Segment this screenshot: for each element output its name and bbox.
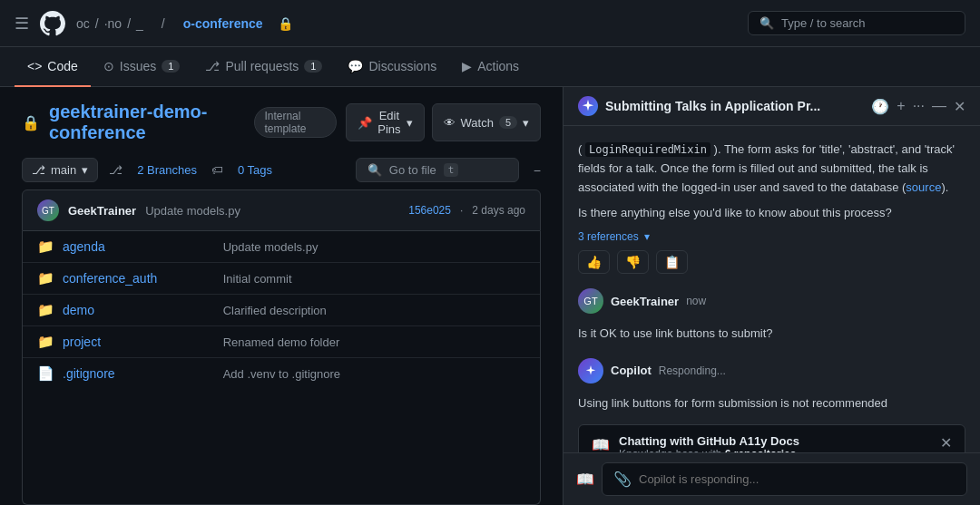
chat-input[interactable] <box>639 472 956 486</box>
branches-count-icon: ⎇ <box>109 163 122 177</box>
copilot-panel: Submitting Talks in Application Pr... 🕐 … <box>563 87 980 505</box>
folder-icon: 📁 <box>37 270 54 286</box>
folder-icon: 📁 <box>37 302 54 318</box>
commit-username[interactable]: GeekTrainer <box>68 204 136 218</box>
copilot-username: Copilot <box>611 364 652 377</box>
thumbs-down-button[interactable]: 👎 <box>617 250 649 274</box>
branch-icon: ⎇ <box>32 163 45 177</box>
discussions-icon: 💬 <box>348 59 363 73</box>
close-kb-button[interactable]: ✕ <box>940 434 952 452</box>
eye-icon: 👁 <box>444 116 456 130</box>
tags-count: 0 <box>238 163 244 177</box>
file-name[interactable]: demo <box>63 303 214 317</box>
file-commit-message: Clarified description <box>223 304 525 317</box>
list-item[interactable]: 📁 conference_auth Initial commit <box>23 263 540 295</box>
menu-button[interactable]: ☰ <box>15 14 29 34</box>
chevron-down-icon: ▾ <box>644 230 650 243</box>
commit-avatar: GT <box>37 199 59 221</box>
file-commit-message: Add .venv to .gitignore <box>223 367 525 381</box>
copilot-input-area: 📖 📎 <box>564 452 980 505</box>
copilot-message-header: Copilot Responding... <box>578 358 965 384</box>
list-item[interactable]: 📁 demo Clarified description <box>23 295 540 326</box>
branches-link[interactable]: 2 Branches <box>137 163 197 177</box>
go-to-file-shortcut: t <box>444 163 459 177</box>
pin-icon: 📌 <box>358 116 372 130</box>
top-navigation: ☰ oc / ·no / _ / o-conference 🔒 🔍 Type /… <box>0 0 980 47</box>
close-icon[interactable]: ✕ <box>954 98 965 115</box>
tab-code-label: Code <box>47 59 77 73</box>
tab-code[interactable]: <> Code <box>15 47 91 87</box>
search-box[interactable]: 🔍 Type / to search <box>748 11 965 35</box>
user-message-header: GT GeekTrainer now <box>578 288 965 314</box>
more-options-icon[interactable]: − <box>534 163 541 178</box>
file-icon: 📄 <box>37 365 54 382</box>
chevron-down-icon: ▾ <box>523 116 529 130</box>
thumbs-up-button[interactable]: 👍 <box>578 250 610 274</box>
tags-link[interactable]: 0 Tags <box>238 163 272 177</box>
breadcrumb-user[interactable]: oc <box>76 16 90 31</box>
breadcrumb-end[interactable]: _ <box>136 16 143 31</box>
tag-icon: 🏷 <box>211 163 223 177</box>
new-chat-icon[interactable]: + <box>897 98 905 114</box>
file-name[interactable]: project <box>63 335 214 349</box>
copilot-message-avatar <box>578 358 603 384</box>
history-icon[interactable]: 🕐 <box>871 98 889 115</box>
go-to-file-button[interactable]: 🔍 Go to file t <box>356 158 519 182</box>
references-count: 3 references <box>578 230 639 243</box>
attach-icon[interactable]: 📎 <box>613 471 632 488</box>
tab-issues[interactable]: ⊙ Issues 1 <box>91 47 193 87</box>
tab-pr-label: Pull requests <box>225 59 299 73</box>
tab-actions[interactable]: ▶ Actions <box>449 47 532 87</box>
source-link[interactable]: source <box>906 180 941 194</box>
list-item[interactable]: 📁 project Renamed demo folder <box>23 326 540 358</box>
list-item[interactable]: 📁 agenda Update models.py <box>23 231 540 263</box>
edit-pins-label: Edit Pins <box>377 109 400 136</box>
file-name[interactable]: .gitignore <box>63 366 214 381</box>
repo-tabs: <> Code ⊙ Issues 1 ⎇ Pull requests 1 💬 D… <box>0 47 980 87</box>
more-options-icon[interactable]: ··· <box>913 98 925 114</box>
actions-icon: ▶ <box>462 59 472 73</box>
pr-icon: ⎇ <box>205 59 220 73</box>
breadcrumb-middle[interactable]: ·no <box>104 16 122 31</box>
feedback-row: 👍 👎 📋 <box>578 250 965 274</box>
branch-selector[interactable]: ⎇ main ▾ <box>22 158 98 182</box>
tab-discussions-label: Discussions <box>368 59 436 73</box>
assistant-message: ( LoginRequiredMixin ). The form asks fo… <box>578 141 965 274</box>
repo-name[interactable]: o-conference <box>183 16 263 31</box>
commit-hash[interactable]: 156e025 <box>408 204 451 217</box>
repo-panel: 🔒 geektrainer-demo-conference Internal t… <box>0 87 563 505</box>
copy-button[interactable]: 📋 <box>656 250 688 274</box>
issues-icon: ⊙ <box>103 59 114 73</box>
file-commit-message: Initial commit <box>223 272 525 286</box>
copilot-message: Copilot Responding... Using link buttons… <box>578 358 965 452</box>
breadcrumb: oc / ·no / _ <box>76 16 143 31</box>
tab-pull-requests[interactable]: ⎇ Pull requests 1 <box>192 47 335 87</box>
edit-pins-button[interactable]: 📌 Edit Pins ▾ <box>346 103 424 141</box>
chevron-down-icon: ▾ <box>82 163 88 177</box>
references-toggle[interactable]: 3 references ▾ <box>578 230 965 243</box>
file-name[interactable]: agenda <box>63 239 214 254</box>
repo-lock-icon: 🔒 <box>22 114 40 131</box>
repo-lock-icon: 🔒 <box>278 16 293 31</box>
tab-discussions[interactable]: 💬 Discussions <box>335 47 449 87</box>
pr-badge: 1 <box>304 60 322 73</box>
github-logo-icon <box>40 11 65 36</box>
search-placeholder: Type / to search <box>781 16 866 30</box>
chat-area: ( LoginRequiredMixin ). The form asks fo… <box>564 126 980 452</box>
message-timestamp: now <box>686 295 706 307</box>
repo-header: 🔒 geektrainer-demo-conference Internal t… <box>0 87 563 151</box>
copilot-header: Submitting Talks in Application Pr... 🕐 … <box>564 87 980 126</box>
watch-label: Watch <box>461 116 494 130</box>
branches-count: 2 <box>137 163 143 177</box>
minimize-icon[interactable]: — <box>932 98 946 114</box>
file-name[interactable]: conference_auth <box>63 271 214 286</box>
commit-message: Update models.py <box>145 204 240 218</box>
repo-title[interactable]: geektrainer-demo-conference <box>49 102 245 143</box>
kb-content: Chatting with GitHub A11y Docs Knowledge… <box>619 434 931 452</box>
repo-actions: 📌 Edit Pins ▾ 👁 Watch 5 ▾ <box>346 103 541 141</box>
watch-button[interactable]: 👁 Watch 5 ▾ <box>432 103 541 141</box>
watch-count: 5 <box>499 116 517 129</box>
commit-time: 2 days ago <box>472 204 525 217</box>
book-icon: 📖 <box>592 436 610 452</box>
list-item[interactable]: 📄 .gitignore Add .venv to .gitignore <box>23 358 540 389</box>
